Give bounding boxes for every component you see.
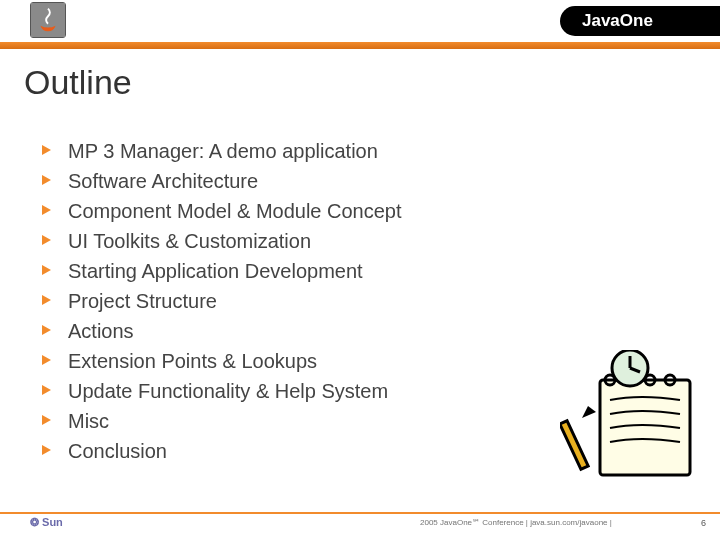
page-number: 6 bbox=[701, 518, 706, 528]
header-bar: JavaOne bbox=[0, 0, 720, 42]
svg-rect-0 bbox=[31, 3, 65, 37]
list-item: Component Model & Module Concept bbox=[42, 196, 720, 226]
list-item: MP 3 Manager: A demo application bbox=[42, 136, 720, 166]
svg-marker-10 bbox=[582, 406, 596, 418]
footer-divider bbox=[0, 512, 720, 514]
accent-divider bbox=[0, 42, 720, 49]
java-logo-icon bbox=[30, 2, 66, 38]
list-item: Starting Application Development bbox=[42, 256, 720, 286]
list-item: Actions bbox=[42, 316, 720, 346]
sun-logo: ❂ Sun bbox=[30, 516, 63, 529]
footer: ❂ Sun 2005 JavaOne℠ Conference | java.su… bbox=[0, 512, 720, 534]
page-title: Outline bbox=[24, 63, 720, 102]
notepad-clock-icon bbox=[560, 350, 700, 480]
list-item: Software Architecture bbox=[42, 166, 720, 196]
list-item: Project Structure bbox=[42, 286, 720, 316]
brand-text: JavaOne bbox=[582, 11, 653, 30]
brand-pill: JavaOne bbox=[560, 6, 720, 36]
footer-text: 2005 JavaOne℠ Conference | java.sun.com/… bbox=[420, 518, 612, 527]
list-item: UI Toolkits & Customization bbox=[42, 226, 720, 256]
svg-rect-9 bbox=[560, 421, 588, 470]
